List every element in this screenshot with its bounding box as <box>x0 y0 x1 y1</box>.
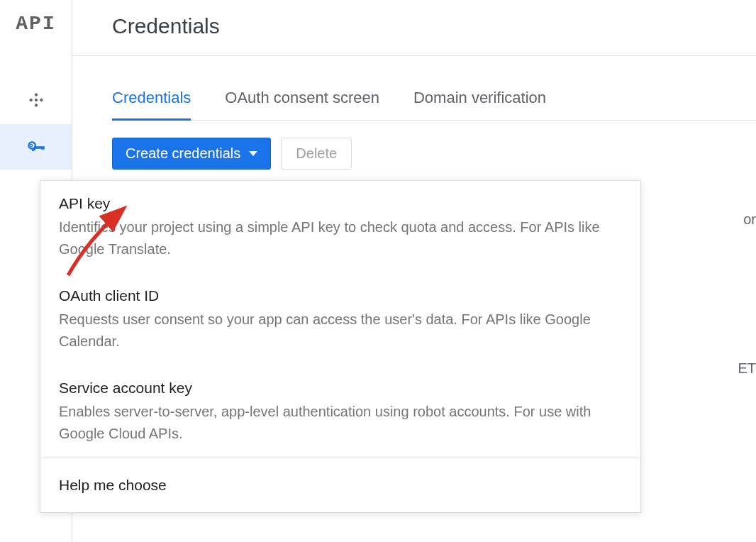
key-icon <box>26 136 46 158</box>
chevron-down-icon <box>249 151 257 156</box>
dropdown-item-desc: Requests user consent so your app can ac… <box>59 309 622 353</box>
delete-button[interactable]: Delete <box>281 138 352 170</box>
sidebar-item-credentials[interactable] <box>0 124 72 170</box>
tab-credentials[interactable]: Credentials <box>112 89 191 121</box>
svg-rect-4 <box>34 98 38 101</box>
create-credentials-dropdown: API key Identifies your project using a … <box>40 180 641 513</box>
sidebar-item-dashboard[interactable] <box>0 79 72 124</box>
dropdown-item-desc: Identifies your project using a simple A… <box>59 216 622 260</box>
dropdown-item-title: OAuth client ID <box>59 287 622 304</box>
page-title: Credentials <box>112 14 756 38</box>
obscured-text-2: ET <box>738 360 756 377</box>
dropdown-item-service-account-key[interactable]: Service account key Enables server-to-se… <box>40 365 640 458</box>
toolbar: Create credentials Delete <box>112 138 756 170</box>
dropdown-item-api-key[interactable]: API key Identifies your project using a … <box>40 181 640 273</box>
tab-domain-verification[interactable]: Domain verification <box>413 89 546 121</box>
dropdown-item-title: Service account key <box>59 380 622 397</box>
page-header: Credentials <box>72 0 756 56</box>
svg-rect-0 <box>34 93 38 96</box>
svg-rect-2 <box>39 98 43 101</box>
tab-oauth-consent[interactable]: OAuth consent screen <box>225 89 379 121</box>
tabs: Credentials OAuth consent screen Domain … <box>112 89 756 121</box>
diamond-icon <box>28 92 44 111</box>
obscured-text-1: or <box>743 211 756 228</box>
svg-point-7 <box>30 145 31 146</box>
svg-rect-3 <box>34 104 38 107</box>
svg-rect-1 <box>29 98 33 101</box>
main-content: Credentials Credentials OAuth consent sc… <box>72 0 756 542</box>
dropdown-item-help-me-choose[interactable]: Help me choose <box>40 458 640 512</box>
create-credentials-label: Create credentials <box>126 145 240 162</box>
dropdown-item-title: API key <box>59 195 622 212</box>
create-credentials-button[interactable]: Create credentials <box>112 138 271 170</box>
dropdown-item-desc: Enables server-to-server, app-level auth… <box>59 401 622 445</box>
dropdown-item-oauth-client-id[interactable]: OAuth client ID Requests user consent so… <box>40 273 640 365</box>
api-logo: API <box>16 13 55 35</box>
